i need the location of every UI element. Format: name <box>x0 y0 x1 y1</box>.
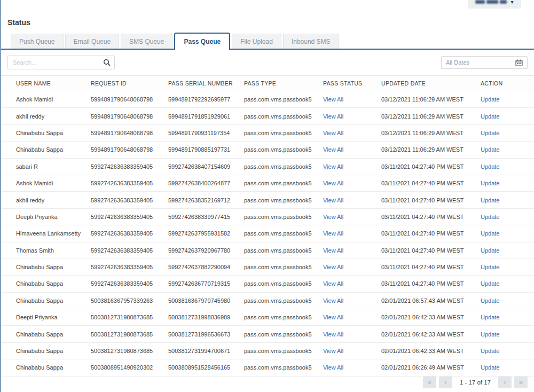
column-header-action: ACTION <box>481 76 534 91</box>
view-all-link[interactable]: View All <box>323 230 343 237</box>
view-all-link[interactable]: View All <box>323 96 343 103</box>
view-all-link[interactable]: View All <box>323 247 343 254</box>
date-filter[interactable]: All Dates <box>441 56 528 69</box>
view-all-link[interactable]: View All <box>323 180 343 186</box>
date-filter-value: All Dates <box>446 59 469 66</box>
update-link[interactable]: Update <box>481 364 499 371</box>
cell-updated-date: 02/01/2021 06:57:43 AM WEST <box>381 292 481 309</box>
view-all-link[interactable]: View All <box>323 280 343 287</box>
cell-updated-date: 02/01/2021 06:26:49 AM WEST <box>381 359 481 376</box>
cell-pass-type: pass.com.vms.passbook5 <box>244 292 323 309</box>
cell-pass-type: pass.com.vms.passbook5 <box>244 258 323 275</box>
update-link[interactable]: Update <box>481 297 499 304</box>
update-link[interactable]: Update <box>481 247 499 254</box>
tab-inbound-sms[interactable]: Inbound SMS <box>283 34 339 49</box>
pagination-prev-button[interactable]: ‹ <box>439 377 452 388</box>
update-link[interactable]: Update <box>481 180 499 186</box>
cell-pass-type: pass.com.vms.passbook5 <box>244 158 323 175</box>
search-input[interactable] <box>7 56 115 69</box>
view-all-link[interactable]: View All <box>323 146 343 153</box>
cell-pass-type: pass.com.vms.passbook5 <box>244 208 323 225</box>
update-link[interactable]: Update <box>481 230 499 237</box>
view-all-link[interactable]: View All <box>323 163 343 170</box>
cell-pass-serial-number: 5003816367970745980 <box>168 292 244 309</box>
update-link[interactable]: Update <box>481 348 499 354</box>
pagination-next-button[interactable]: › <box>498 377 512 388</box>
view-all-link[interactable]: View All <box>323 264 343 270</box>
cell-request-id: 5003808951490920302 <box>91 359 168 376</box>
update-link[interactable]: Update <box>481 146 499 153</box>
cell-request-id: 5992742636383359405 <box>91 175 168 191</box>
view-all-link[interactable]: View All <box>323 364 343 371</box>
tab-sms-queue[interactable]: SMS Queue <box>121 34 172 49</box>
cell-pass-status: View All <box>323 309 381 326</box>
update-link[interactable]: Update <box>481 96 499 103</box>
update-link[interactable]: Update <box>481 113 499 120</box>
view-all-link[interactable]: View All <box>323 314 343 320</box>
view-all-link[interactable]: View All <box>323 297 343 304</box>
cell-user-name: Chinababu Sappa <box>1 292 91 309</box>
cell-request-id: 5003816367957339263 <box>91 292 168 309</box>
table-row: Chinababu Sappa 5003808951490920302 5003… <box>1 359 534 376</box>
user-menu-button[interactable]: ▾ <box>468 0 521 9</box>
update-link[interactable]: Update <box>481 331 499 338</box>
cell-updated-date: 03/12/2021 11:06:29 AM WEST <box>381 142 481 158</box>
cell-request-id: 5003812731980873685 <box>91 326 168 342</box>
caret-down-icon: ▾ <box>511 0 513 5</box>
tab-file-upload[interactable]: File Upload <box>232 34 281 49</box>
cell-updated-date: 03/12/2021 11:06:29 AM WEST <box>381 108 481 124</box>
view-all-link[interactable]: View All <box>323 331 343 338</box>
view-all-link[interactable]: View All <box>323 348 343 354</box>
tab-push-queue[interactable]: Push Queue <box>11 34 64 49</box>
cell-updated-date: 03/11/2021 04:27:40 PM WEST <box>381 258 481 275</box>
tab-email-queue[interactable]: Email Queue <box>65 34 119 49</box>
table-row: akhil reddy 5994891790648068798 59948917… <box>1 108 534 124</box>
view-all-link[interactable]: View All <box>323 214 343 220</box>
calendar-icon <box>515 59 523 66</box>
cell-updated-date: 02/01/2021 06:42:33 AM WEST <box>381 309 481 326</box>
cell-request-id: 5994891790648068798 <box>91 142 168 158</box>
cell-request-id: 5994891790648068798 <box>91 91 168 108</box>
cell-user-name: Chinababu Sappa <box>1 276 91 292</box>
cell-pass-status: View All <box>323 292 381 309</box>
cell-pass-status: View All <box>323 208 381 225</box>
update-link[interactable]: Update <box>481 280 499 287</box>
pagination-first-button[interactable]: « <box>423 377 436 388</box>
cell-pass-serial-number: 5992742637920967780 <box>168 242 244 258</box>
cell-pass-serial-number: 5994891791851929061 <box>168 108 244 124</box>
view-all-link[interactable]: View All <box>323 113 343 120</box>
cell-action: Update <box>481 158 534 175</box>
view-all-link[interactable]: View All <box>323 197 343 203</box>
cell-pass-type: pass.com.vms.passbook5 <box>244 108 323 124</box>
table-row: Deepti Priyanka 5992742636383359405 5992… <box>1 208 534 225</box>
cell-pass-serial-number: 5992742638400264877 <box>168 175 244 191</box>
update-link[interactable]: Update <box>481 214 499 220</box>
cell-updated-date: 02/01/2021 06:42:33 AM WEST <box>381 326 481 342</box>
cell-updated-date: 03/11/2021 04:27:40 PM WEST <box>381 225 481 242</box>
table-header-row: USER NAME REQUEST ID PASS SERIAL NUMBER … <box>1 76 534 91</box>
cell-pass-type: pass.com.vms.passbook5 <box>244 342 323 359</box>
cell-pass-type: pass.com.vms.passbook5 <box>244 326 323 342</box>
cell-user-name: Chinababu Sappa <box>1 258 91 275</box>
view-all-link[interactable]: View All <box>323 130 343 136</box>
cell-pass-serial-number: 5992742638339977415 <box>168 208 244 225</box>
table-row: Ashok Mamidi 5992742636383359405 5992742… <box>1 175 534 191</box>
tab-pass-queue[interactable]: Pass Queue <box>174 33 230 50</box>
search-icon[interactable] <box>103 59 111 66</box>
update-link[interactable]: Update <box>481 314 499 320</box>
cell-updated-date: 03/11/2021 04:27:40 PM WEST <box>381 276 481 292</box>
update-link[interactable]: Update <box>481 197 499 203</box>
cell-pass-status: View All <box>323 359 381 376</box>
page-title: Status <box>7 18 534 27</box>
cell-request-id: 5992742636383359405 <box>91 258 168 275</box>
cell-action: Update <box>481 292 534 309</box>
cell-pass-type: pass.com.vms.passbook5 <box>244 225 323 242</box>
update-link[interactable]: Update <box>481 163 499 170</box>
update-link[interactable]: Update <box>481 264 499 270</box>
pagination-last-button[interactable]: » <box>514 377 528 388</box>
cell-pass-serial-number: 5003808951528456165 <box>168 359 244 376</box>
update-link[interactable]: Update <box>481 130 499 136</box>
table-row: Deepti Priyanka 5003812731980873685 5003… <box>1 309 534 326</box>
cell-updated-date: 03/12/2021 11:06:29 AM WEST <box>381 91 481 108</box>
cell-user-name: Chinababu Sappa <box>1 342 91 359</box>
